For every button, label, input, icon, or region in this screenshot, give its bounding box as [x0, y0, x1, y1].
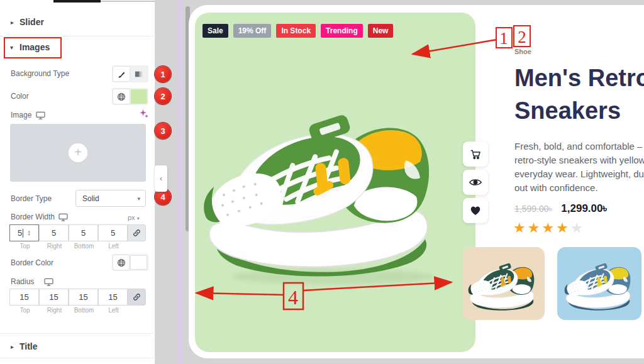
radius-bottom-input[interactable]: 15 [69, 289, 98, 306]
image-upload-area[interactable]: + [10, 124, 146, 182]
product-description-line: everyday wear. Lightweight, durab [514, 168, 644, 179]
badge-sale: Sale [203, 24, 228, 38]
caret-down-icon: ▾ [137, 216, 140, 221]
chevron-right-icon: ▸ [11, 19, 14, 26]
border-width-left-input[interactable]: 5 [98, 224, 128, 241]
border-color-label: Border Color [11, 258, 53, 267]
callout-2: 2 [155, 88, 171, 104]
badge-trending: Trending [321, 24, 363, 38]
product-description-line: out with confidence. [514, 182, 598, 193]
radius-top-input[interactable]: 15 [9, 289, 39, 306]
quick-view-button[interactable] [463, 170, 488, 195]
section-title[interactable]: ▸ Title [0, 338, 155, 358]
border-color-control [112, 254, 148, 271]
gradient-background-button[interactable] [131, 67, 147, 81]
gradient-icon [135, 70, 143, 78]
old-price: 1,599.00৳ [514, 204, 552, 214]
main-sneaker-image [199, 85, 449, 285]
monitor-icon[interactable] [58, 213, 68, 221]
top-black-bar [53, 0, 101, 3]
product-title: Men's Retro Sneakers [514, 62, 644, 127]
product-description-line: retro-style sneakers with yellow ac [514, 155, 644, 165]
wishlist-button[interactable] [463, 198, 488, 223]
border-width-right-input[interactable]: 5 [39, 224, 69, 241]
divider [0, 36, 155, 36]
plus-icon: + [69, 143, 87, 162]
badge-new: New [368, 24, 394, 38]
thumbnail-1[interactable] [462, 247, 545, 320]
link-values-button[interactable] [128, 224, 146, 241]
border-width-dim-labels: Top Right Bottom Left [10, 243, 146, 250]
border-type-value: Solid [82, 194, 99, 203]
text-cursor [23, 229, 23, 238]
radius-left-input[interactable]: 15 [98, 289, 128, 306]
border-width-bottom-input[interactable]: 5 [69, 224, 98, 241]
link-values-button[interactable] [128, 289, 146, 306]
empty-star-icon: ★ [570, 220, 585, 236]
price-row: 1,599.00৳ 1,299.00৳ [514, 202, 607, 215]
value: 5 [18, 228, 22, 238]
globe-icon [117, 92, 126, 101]
thumbnail-sneaker-blue [563, 255, 636, 313]
radius-dim-labels: Top Right Bottom Left [10, 307, 146, 314]
radius-label: Radius [11, 277, 34, 286]
callout-3: 3 [155, 123, 171, 139]
monitor-icon[interactable] [44, 278, 53, 286]
image-label: Image [11, 111, 31, 119]
monitor-icon[interactable] [36, 111, 45, 119]
thumbnail-sneaker-green [467, 255, 540, 313]
color-swatch[interactable] [131, 89, 147, 104]
classic-background-button[interactable] [113, 67, 130, 81]
images-highlight-box [4, 37, 62, 58]
chevron-left-icon: ‹ [160, 174, 162, 183]
caret-down-icon: ▾ [137, 196, 140, 202]
border-width-label: Border Width [11, 212, 55, 221]
panel-collapse-button[interactable]: ‹ [155, 165, 167, 192]
stepper-arrows[interactable]: ▲▼ [27, 230, 31, 236]
link-icon [133, 293, 141, 301]
thumbnail-2[interactable] [557, 247, 641, 320]
radius-right-input[interactable]: 15 [39, 289, 69, 306]
page-margin-strip [177, 0, 182, 364]
global-color-button[interactable] [113, 255, 129, 270]
divider [0, 333, 155, 334]
ai-sparkle-icon[interactable] [139, 109, 149, 119]
unit-value: px [128, 214, 135, 221]
chevron-right-icon: ▸ [11, 343, 14, 350]
color-control [112, 88, 148, 105]
current-price: 1,299.00৳ [561, 202, 607, 214]
callout-1: 1 [155, 66, 171, 82]
badge-row: Sale 19% Off In Stock Trending New [203, 24, 393, 38]
cart-icon [470, 148, 482, 160]
add-to-cart-button[interactable] [463, 141, 488, 167]
border-type-select[interactable]: Solid ▾ [75, 190, 146, 207]
border-width-unit-dropdown[interactable]: px ▾ [128, 214, 140, 221]
background-type-toggle [112, 65, 148, 82]
settings-panel: ▸ Slider ▾ Images Background Type Color … [0, 0, 155, 364]
border-width-top-input[interactable]: 5 ▲▼ [9, 224, 39, 241]
badge-in-stock: In Stock [276, 24, 316, 38]
eye-icon [469, 177, 482, 187]
color-label: Color [11, 92, 29, 101]
border-type-label: Border Type [11, 194, 52, 203]
heart-icon [470, 206, 481, 216]
section-slider[interactable]: ▸ Slider [0, 14, 155, 35]
global-color-button[interactable] [113, 89, 130, 104]
radius-inputs: 15 15 15 15 [10, 289, 146, 306]
globe-icon [117, 258, 126, 267]
section-slider-label: Slider [19, 17, 44, 27]
product-description-line: Fresh, bold, and comfortable – the [514, 141, 644, 152]
star-rating: ★★★★★ [513, 220, 585, 236]
top-gray-line [101, 1, 155, 2]
border-width-inputs: 5 ▲▼ 5 5 5 [10, 224, 146, 241]
section-title-label: Title [19, 341, 38, 351]
background-type-label: Background Type [11, 69, 69, 78]
product-category: Shoe [514, 48, 531, 55]
border-color-swatch[interactable] [130, 255, 147, 270]
filled-star-icons: ★★★★ [513, 220, 570, 236]
brush-icon [117, 70, 126, 79]
link-icon [133, 229, 141, 237]
divider [0, 358, 155, 358]
badge-discount: 19% Off [233, 24, 272, 38]
